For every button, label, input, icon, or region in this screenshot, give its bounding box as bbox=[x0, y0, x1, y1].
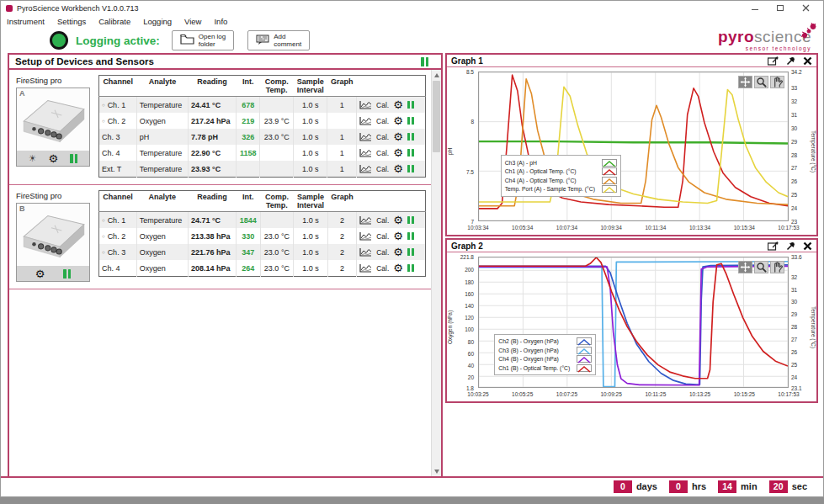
line-chart-icon[interactable] bbox=[359, 116, 372, 125]
active-indicator: ○ bbox=[102, 250, 105, 255]
channel-settings-gear-icon[interactable]: ⚙ bbox=[393, 263, 403, 273]
close-button[interactable] bbox=[801, 4, 810, 13]
active-indicator: ○ bbox=[102, 103, 105, 108]
line-chart-icon[interactable] bbox=[359, 100, 372, 109]
plot-area[interactable]: Ch3 (A) - pHCh1 (A) - Optical Temp. (°C)… bbox=[478, 72, 789, 221]
calibrate-button[interactable]: Cal. bbox=[376, 101, 389, 109]
export-graph-icon[interactable] bbox=[768, 241, 779, 251]
y-tick-label: 40 bbox=[468, 362, 474, 368]
device-icon-bar: ☀ ⚙ bbox=[17, 151, 89, 166]
line-chart-icon[interactable] bbox=[359, 164, 372, 173]
scrollbar-thumb[interactable] bbox=[433, 81, 440, 152]
y-tick-label: 25 bbox=[791, 192, 797, 198]
folder-icon bbox=[180, 34, 194, 46]
y-tick-label: 29 bbox=[791, 138, 797, 144]
channel-row: Ch. 4Temperature22.90 °C11581.0 s1Cal.⚙ bbox=[99, 145, 426, 161]
led-icon[interactable]: ☀ bbox=[29, 154, 37, 163]
close-icon[interactable] bbox=[803, 56, 812, 66]
menu-item-logging[interactable]: Logging bbox=[143, 17, 172, 26]
scroll-up-arrow[interactable] bbox=[432, 70, 441, 80]
hand-tool-icon[interactable] bbox=[770, 76, 784, 88]
zoom-tool-icon[interactable] bbox=[754, 261, 768, 273]
line-chart-icon[interactable] bbox=[359, 231, 372, 241]
calibrate-button[interactable]: Cal. bbox=[376, 232, 389, 241]
logging-indicator bbox=[50, 31, 68, 50]
calibrate-button[interactable]: Cal. bbox=[376, 117, 389, 125]
y-tick-label: 30 bbox=[791, 299, 797, 305]
channel-row: ○Ch. 3Oxygen221.76 hPa34723.0 °C1.0 s2Ca… bbox=[99, 244, 426, 260]
channel-settings-gear-icon[interactable]: ⚙ bbox=[393, 99, 403, 110]
graph-number-cell: 2 bbox=[327, 212, 357, 229]
calibrate-button[interactable]: Cal. bbox=[376, 248, 389, 257]
channel-pause-icon[interactable] bbox=[407, 117, 414, 125]
intensity-cell: 264 bbox=[236, 260, 260, 277]
channel-settings-gear-icon[interactable]: ⚙ bbox=[393, 147, 403, 158]
channel-pause-icon[interactable] bbox=[407, 216, 414, 224]
menu-item-instrument[interactable]: Instrument bbox=[7, 17, 45, 26]
calibrate-button[interactable]: Cal. bbox=[376, 133, 389, 141]
channel-pause-icon[interactable] bbox=[407, 101, 414, 109]
menu-item-settings[interactable]: Settings bbox=[57, 17, 86, 26]
channel-settings-gear-icon[interactable]: ⚙ bbox=[393, 231, 403, 241]
channel-settings-gear-icon[interactable]: ⚙ bbox=[393, 131, 403, 142]
line-chart-icon[interactable] bbox=[359, 148, 372, 157]
calibrate-button[interactable]: Cal. bbox=[376, 264, 389, 273]
pan-tool-icon[interactable] bbox=[738, 76, 752, 88]
zoom-tool-icon[interactable] bbox=[754, 76, 768, 88]
menu-item-calibrate[interactable]: Calibrate bbox=[98, 17, 130, 26]
calibrate-button[interactable]: Cal. bbox=[376, 216, 389, 225]
device-settings-gear-icon[interactable]: ⚙ bbox=[49, 153, 59, 164]
legend-label: Ch4 (B) - Oxygen (hPa) bbox=[498, 356, 558, 362]
device-settings-gear-icon[interactable]: ⚙ bbox=[35, 268, 45, 279]
channel-settings-gear-icon[interactable]: ⚙ bbox=[393, 163, 403, 174]
graph-number-cell bbox=[327, 113, 357, 129]
logging-status-label: Logging active: bbox=[76, 34, 160, 47]
timer-min-value: 14 bbox=[718, 480, 736, 493]
plot-area[interactable]: Ch2 (B) - Oxygen (hPa)Ch3 (B) - Oxygen (… bbox=[478, 257, 789, 388]
restore-button[interactable] bbox=[776, 4, 784, 13]
panel-pause-icon[interactable] bbox=[421, 57, 428, 66]
intensity-cell: 1158 bbox=[237, 145, 260, 161]
channel-pause-icon[interactable] bbox=[407, 248, 414, 256]
column-header bbox=[357, 191, 426, 212]
line-chart-icon[interactable] bbox=[359, 132, 372, 141]
pan-tool-icon[interactable] bbox=[738, 261, 752, 273]
line-chart-icon[interactable] bbox=[359, 263, 372, 273]
legend-entry: Ch4 (B) - Oxygen (hPa) bbox=[498, 355, 592, 363]
device-pause-icon[interactable] bbox=[63, 269, 71, 279]
channel-table: ChannelAnalyteReadingInt.Comp. Temp.Samp… bbox=[98, 75, 426, 178]
close-icon[interactable] bbox=[803, 241, 812, 251]
line-chart-icon[interactable] bbox=[359, 247, 372, 257]
channel-settings-gear-icon[interactable]: ⚙ bbox=[393, 247, 403, 257]
pin-icon[interactable] bbox=[786, 241, 795, 251]
menu-bar: InstrumentSettingsCalibrateLoggingViewIn… bbox=[1, 15, 823, 28]
vertical-scrollbar[interactable] bbox=[431, 70, 441, 476]
plot-canvas[interactable] bbox=[479, 72, 788, 220]
row-actions: Cal.⚙ bbox=[357, 97, 426, 114]
open-log-folder-button[interactable]: Open logfolder bbox=[172, 30, 234, 50]
title-bar: PyroScience Workbench V1.0.0.713 bbox=[1, 1, 823, 15]
device-icon-bar: ⚙ bbox=[17, 266, 89, 281]
line-chart-icon[interactable] bbox=[359, 215, 372, 225]
row-actions: Cal.⚙ bbox=[357, 113, 426, 129]
channel-pause-icon[interactable] bbox=[407, 165, 414, 172]
setup-panel-title: Setup of Devices and Sensors bbox=[15, 56, 154, 66]
scroll-down-arrow[interactable] bbox=[432, 466, 441, 476]
channel-pause-icon[interactable] bbox=[407, 149, 414, 157]
menu-item-view[interactable]: View bbox=[184, 17, 201, 26]
menu-item-info[interactable]: Info bbox=[214, 17, 227, 26]
add-comment-button[interactable]: Addcomment bbox=[247, 30, 310, 50]
calibrate-button[interactable]: Cal. bbox=[376, 165, 389, 173]
device-pause-icon[interactable] bbox=[70, 154, 77, 163]
channel-pause-icon[interactable] bbox=[407, 133, 414, 141]
comp-temp-cell bbox=[260, 161, 294, 178]
calibrate-button[interactable]: Cal. bbox=[376, 149, 389, 157]
hand-tool-icon[interactable] bbox=[770, 261, 784, 273]
channel-settings-gear-icon[interactable]: ⚙ bbox=[393, 115, 403, 126]
channel-pause-icon[interactable] bbox=[407, 232, 414, 240]
channel-settings-gear-icon[interactable]: ⚙ bbox=[393, 215, 403, 225]
channel-pause-icon[interactable] bbox=[407, 264, 414, 272]
export-graph-icon[interactable] bbox=[768, 56, 779, 66]
pin-icon[interactable] bbox=[786, 56, 795, 66]
minimize-button[interactable] bbox=[751, 4, 759, 13]
